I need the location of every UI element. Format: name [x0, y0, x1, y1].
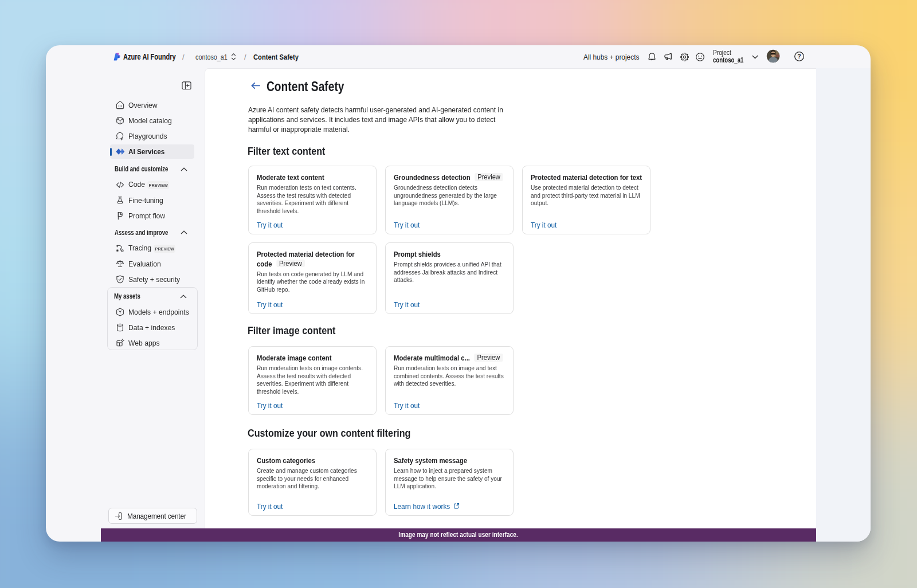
svg-text:?: ?: [797, 53, 801, 60]
